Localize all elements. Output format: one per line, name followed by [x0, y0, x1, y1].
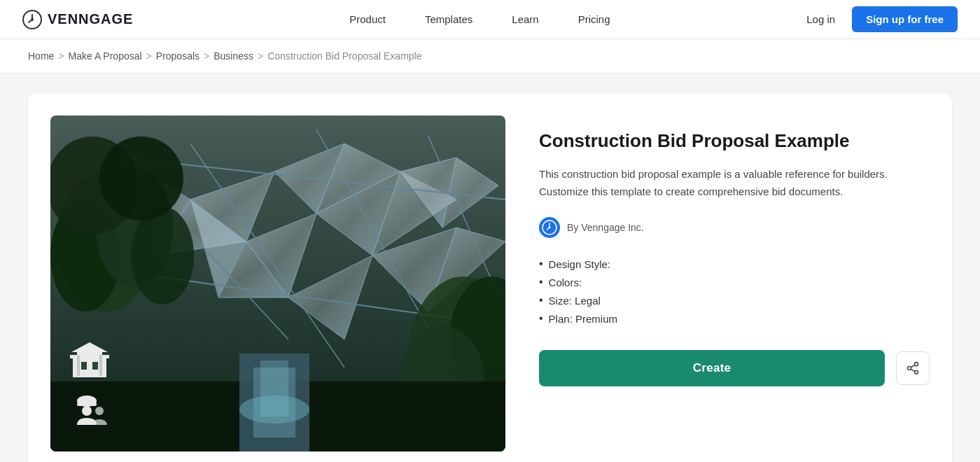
nav-actions: Log in Sign up for free	[798, 6, 958, 32]
main-content: Construction Bid Proposal Example This c…	[0, 74, 980, 462]
signup-button[interactable]: Sign up for free	[852, 6, 958, 32]
nav-product[interactable]: Product	[330, 0, 405, 39]
svg-point-52	[95, 407, 104, 415]
template-card: Construction Bid Proposal Example This c…	[28, 93, 952, 462]
breadcrumb: Home > Make A Proposal > Proposals > Bus…	[0, 39, 980, 74]
svg-point-1	[31, 18, 34, 21]
venngage-logo-icon	[22, 10, 42, 29]
svg-rect-45	[92, 361, 98, 370]
worker-icon	[67, 390, 112, 435]
share-button[interactable]	[896, 351, 930, 385]
breadcrumb-business[interactable]: Business	[214, 50, 253, 62]
details-panel: Construction Bid Proposal Example This c…	[539, 115, 930, 451]
breadcrumb-sep-3: >	[204, 50, 209, 62]
breadcrumb-make-a-proposal[interactable]: Make A Proposal	[69, 50, 142, 62]
meta-plan: Plan: Premium	[539, 309, 930, 328]
meta-design-style: Design Style:	[539, 255, 930, 273]
create-button[interactable]: Create	[539, 350, 885, 386]
template-image-container	[50, 115, 505, 451]
svg-line-58	[911, 370, 915, 372]
nav-templates[interactable]: Templates	[405, 0, 492, 39]
template-preview-image	[50, 115, 505, 451]
login-button[interactable]: Log in	[798, 8, 844, 31]
template-overlay-icons	[67, 337, 112, 435]
svg-point-31	[99, 136, 183, 220]
nav-learn[interactable]: Learn	[492, 0, 558, 39]
template-description: This construction bid proposal example i…	[539, 166, 930, 201]
navbar: VENNGAGE Product Templates Learn Pricing…	[0, 0, 980, 39]
logo-link[interactable]: VENNGAGE	[22, 10, 133, 29]
svg-rect-50	[77, 402, 97, 406]
svg-marker-43	[71, 342, 108, 352]
author-avatar	[539, 217, 560, 238]
brand-name: VENNGAGE	[48, 11, 133, 27]
breadcrumb-proposals[interactable]: Proposals	[156, 50, 200, 62]
breadcrumb-sep-1: >	[58, 50, 64, 62]
svg-point-54	[549, 227, 551, 229]
action-row: Create	[539, 350, 930, 386]
breadcrumb-current: Construction Bid Proposal Example	[267, 50, 421, 62]
breadcrumb-sep-4: >	[258, 50, 263, 62]
share-icon	[906, 361, 920, 375]
svg-rect-44	[81, 361, 87, 370]
author-name: By Venngage Inc.	[567, 222, 644, 233]
svg-line-59	[911, 365, 915, 368]
breadcrumb-sep-2: >	[146, 50, 152, 62]
svg-point-51	[82, 406, 92, 416]
meta-size: Size: Legal	[539, 291, 930, 309]
meta-colors: Colors:	[539, 273, 930, 291]
building-icon	[67, 337, 112, 382]
svg-rect-39	[260, 360, 288, 416]
meta-list: Design Style: Colors: Size: Legal Plan: …	[539, 255, 930, 328]
nav-pricing[interactable]: Pricing	[559, 0, 630, 39]
breadcrumb-home[interactable]: Home	[28, 50, 54, 62]
svg-rect-47	[77, 355, 80, 376]
author-row: By Venngage Inc.	[539, 217, 930, 238]
svg-rect-48	[99, 355, 102, 376]
nav-links: Product Templates Learn Pricing	[161, 0, 798, 39]
venngage-avatar-icon	[542, 220, 557, 235]
svg-point-29	[131, 206, 194, 304]
template-title: Construction Bid Proposal Example	[539, 130, 930, 153]
